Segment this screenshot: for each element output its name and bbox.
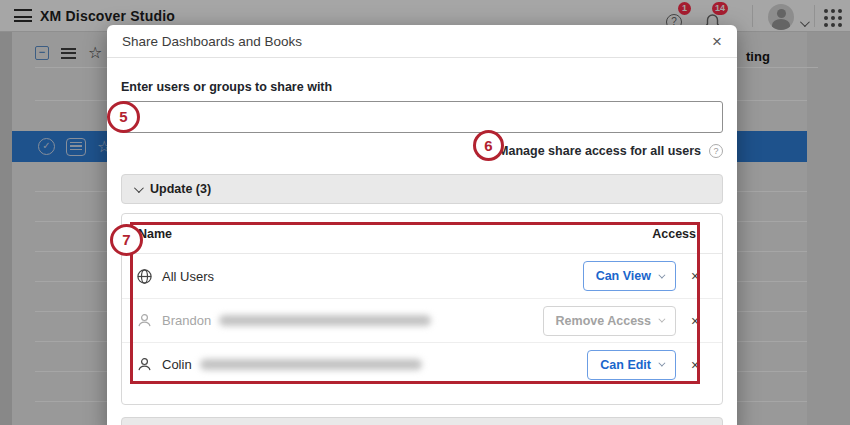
- user-name-group: Brandon: [162, 313, 543, 328]
- share-access-table: Name Access All Users Can View ×: [121, 213, 723, 405]
- collapsed-section-header[interactable]: [121, 417, 723, 425]
- access-level-dropdown[interactable]: Remove Access: [543, 306, 676, 336]
- share-dialog: Share Dashboards and Books × Enter users…: [107, 25, 737, 425]
- annotation-step-5: 5: [107, 101, 140, 133]
- dialog-header: Share Dashboards and Books ×: [107, 25, 737, 58]
- user-name-group: Colin: [162, 357, 587, 372]
- dialog-title: Share Dashboards and Books: [122, 34, 302, 49]
- share-with-label: Enter users or groups to share with: [121, 80, 723, 94]
- access-column-header: Access: [652, 227, 708, 241]
- help-tooltip-icon[interactable]: ?: [709, 144, 723, 158]
- chevron-down-icon: [658, 271, 665, 278]
- annotation-step-6: 6: [473, 130, 504, 161]
- access-level-dropdown[interactable]: Can View: [583, 261, 676, 291]
- redacted-email: [200, 359, 422, 370]
- remove-row-icon[interactable]: ×: [682, 357, 708, 373]
- chevron-down-icon: [658, 316, 665, 323]
- user-name: Colin: [162, 357, 192, 372]
- redacted-email: [219, 315, 431, 326]
- screen: XM Discover Studio ? 1 14 − ☆ ting: [0, 0, 850, 425]
- access-level-dropdown[interactable]: Can Edit: [587, 350, 676, 380]
- access-level-label: Remove Access: [556, 314, 651, 328]
- dialog-body: Enter users or groups to share with ✓ Ma…: [107, 58, 737, 425]
- update-section-title: Update (3): [150, 182, 211, 196]
- annotation-step-7: 7: [110, 224, 143, 256]
- user-name: All Users: [162, 269, 214, 284]
- remove-row-icon[interactable]: ×: [682, 313, 708, 329]
- share-users-input[interactable]: [121, 101, 723, 133]
- table-header-row: Name Access: [122, 214, 722, 254]
- access-level-label: Can View: [596, 269, 651, 283]
- table-row: Brandon Remove Access ×: [122, 298, 722, 342]
- chevron-down-icon: [658, 360, 665, 367]
- close-icon[interactable]: ×: [712, 33, 722, 50]
- remove-row-icon[interactable]: ×: [682, 268, 708, 284]
- manage-access-label: Manage share access for all users: [498, 144, 701, 158]
- chevron-down-icon: [134, 183, 144, 193]
- update-section-header[interactable]: Update (3): [121, 174, 723, 204]
- manage-access-row: ✓ Manage share access for all users ?: [121, 142, 723, 159]
- table-row: Colin Can Edit ×: [122, 342, 722, 386]
- person-icon: [136, 356, 153, 373]
- globe-icon: [136, 268, 153, 285]
- person-icon: [136, 312, 153, 329]
- table-row: All Users Can View ×: [122, 254, 722, 298]
- access-level-label: Can Edit: [600, 358, 651, 372]
- name-column-header: Name: [138, 227, 172, 241]
- user-name-group: All Users: [162, 269, 583, 284]
- user-name: Brandon: [162, 313, 211, 328]
